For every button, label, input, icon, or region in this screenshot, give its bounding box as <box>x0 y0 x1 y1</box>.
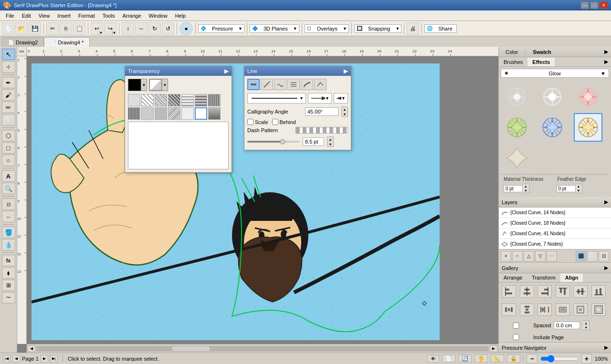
size-spin-down[interactable]: ▼ <box>327 142 333 146</box>
tool-paintbrush[interactable]: 🖌 <box>2 89 15 101</box>
spaced-value-input[interactable] <box>554 322 580 329</box>
layer-item-1[interactable]: {Closed Curve, 18 Nodes} <box>499 218 611 229</box>
tool-ellipse[interactable]: ○ <box>2 155 15 166</box>
effect-item-2[interactable] <box>538 83 567 111</box>
tool-zoom[interactable]: 🔍 <box>2 183 15 194</box>
color-tab[interactable]: Color <box>502 48 522 56</box>
tb-share-group[interactable]: 🌐 Share <box>424 24 456 33</box>
trans-swatch-8[interactable] <box>141 107 154 120</box>
tb-flip-h[interactable]: ↔ <box>135 22 147 35</box>
menu-format[interactable]: Format <box>74 12 99 20</box>
tb-special[interactable]: ● <box>179 22 193 35</box>
menu-edit[interactable]: Edit <box>18 12 35 20</box>
align-top[interactable] <box>556 285 570 298</box>
align-right[interactable] <box>537 285 552 298</box>
line-tool-wave[interactable] <box>274 79 286 90</box>
menu-insert[interactable]: Insert <box>53 12 74 20</box>
tool-pen[interactable]: ✒ <box>2 77 15 88</box>
tb-overlays-group[interactable]: ⬡ Overlays ▼ <box>305 24 349 33</box>
tb-flip-v[interactable]: ↕ <box>122 22 134 35</box>
tab-drawing2[interactable]: 📄 Drawing2 <box>2 37 44 47</box>
layer-move-up-btn[interactable]: △ <box>524 251 534 261</box>
spaced-up[interactable]: ▲ <box>583 321 589 325</box>
layer-item-0[interactable]: {Closed Curve, 14 Nodes} <box>499 208 611 218</box>
align-page[interactable] <box>573 303 588 316</box>
mt-down[interactable]: ▼ <box>523 188 529 193</box>
view-pan-btn[interactable]: 🖐 <box>474 354 488 363</box>
layer-view-3[interactable]: ⊡ <box>599 251 609 261</box>
tb-save[interactable]: 💾 <box>29 22 41 35</box>
trans-swatch-6[interactable] <box>208 94 221 106</box>
tb-redo[interactable]: ↪ ▼ <box>104 22 116 35</box>
tab-drawing4[interactable]: 📄 Drawing4 * <box>44 37 90 47</box>
tool-text[interactable]: A <box>2 170 15 182</box>
trans-pattern-arrow[interactable]: ▼ <box>162 79 168 91</box>
tb-rot-cw[interactable]: ↻ <box>148 22 161 35</box>
mt-up[interactable]: ▲ <box>523 184 529 188</box>
calligraphy-angle-input[interactable] <box>305 107 338 116</box>
tb-copy[interactable]: ⎘ <box>60 22 72 35</box>
trans-swatch-1[interactable] <box>141 94 154 106</box>
layer-view-2[interactable]: ⬜ <box>587 251 598 261</box>
close-button[interactable]: ✕ <box>600 1 608 9</box>
transparency-color-selector[interactable]: ▼ <box>128 79 147 91</box>
align-left[interactable] <box>502 285 516 298</box>
line-style-selector[interactable]: ▼ <box>247 93 306 104</box>
spaced-down[interactable]: ▼ <box>583 325 589 330</box>
page-next-btn[interactable]: ▶ <box>41 355 48 363</box>
behind-checkbox-label[interactable]: Behind <box>272 119 296 125</box>
tb-new[interactable]: 📄 <box>2 22 14 35</box>
menu-help[interactable]: Help <box>171 12 190 20</box>
effects-expand[interactable]: ▶ <box>601 57 611 66</box>
layer-view-1[interactable]: ⬛ <box>576 251 586 261</box>
align-middle-v[interactable] <box>573 285 588 298</box>
view-normal-btn[interactable]: 👁 <box>427 355 439 363</box>
ca-spin-down[interactable]: ▼ <box>342 112 348 116</box>
view-wireframe-btn[interactable]: 📄 <box>442 354 455 363</box>
tool-blend[interactable]: ⧫ <box>2 267 15 279</box>
layers-expand[interactable]: ▶ <box>604 199 608 205</box>
minimize-button[interactable]: — <box>580 1 589 9</box>
page-first-btn[interactable]: |◀ <box>3 355 11 363</box>
scale-checkbox-label[interactable]: Scale <box>247 119 268 125</box>
tb-share-label[interactable]: Share <box>434 25 456 32</box>
zoom-out-btn[interactable]: − <box>527 354 537 364</box>
trans-swatch-12[interactable] <box>195 107 207 120</box>
spaced-spinner[interactable]: ▲ ▼ <box>583 321 590 330</box>
make-same-size[interactable] <box>556 303 570 316</box>
menu-window[interactable]: Window <box>145 12 171 20</box>
navigator-tab-label[interactable]: Navigator <box>524 345 547 351</box>
scroll-track-h[interactable] <box>36 346 489 352</box>
view-rotate-btn[interactable]: 🔄 <box>458 354 472 363</box>
effect-item-3[interactable] <box>574 83 602 111</box>
spaced-checkbox[interactable] <box>502 322 530 329</box>
swatch-tab[interactable]: Swatch <box>529 48 555 56</box>
tool-select[interactable]: ↖ <box>2 49 15 60</box>
align-tab[interactable]: Align <box>560 273 583 282</box>
material-thickness-spinner[interactable]: ▲ ▼ <box>523 184 529 193</box>
menu-file[interactable]: File <box>2 12 18 20</box>
gallery-expand[interactable]: ▶ <box>604 265 608 271</box>
layer-move-down-btn[interactable]: ▽ <box>535 251 546 261</box>
effect-item-6[interactable] <box>574 113 602 142</box>
layer-add-btn[interactable]: + <box>501 251 511 261</box>
effects-dropdown-arrow[interactable]: ▼ <box>600 71 606 76</box>
line-panel-header[interactable]: Line ▶ <box>244 66 351 76</box>
pressure-nav-expand[interactable]: ▶ <box>604 344 608 351</box>
trans-swatch-7[interactable] <box>128 107 140 120</box>
tb-rot-ccw[interactable]: ↺ <box>162 22 174 35</box>
trans-swatch-13[interactable] <box>208 107 221 120</box>
tool-shapes[interactable]: ⬡ <box>2 130 15 141</box>
transform-tab[interactable]: Transform <box>527 273 560 282</box>
effects-tab[interactable]: Effects <box>527 58 555 66</box>
line-tool-hatched[interactable] <box>287 79 300 90</box>
tb-pressure-group[interactable]: 💠 Pressure ▼ <box>198 24 244 33</box>
tb-overlays-label[interactable]: Overlays <box>313 25 341 32</box>
trans-swatch-2[interactable] <box>155 94 167 106</box>
view-lock-btn[interactable]: 🔒 <box>507 354 520 363</box>
include-page-checkbox[interactable] <box>502 334 530 340</box>
size-spin-up[interactable]: ▲ <box>327 137 333 142</box>
canvas-area[interactable]: cm 0 1 2 3 4 5 6 <box>17 47 498 353</box>
menu-view[interactable]: View <box>35 12 54 20</box>
pressure-tab-label[interactable]: Pressure <box>502 345 523 351</box>
